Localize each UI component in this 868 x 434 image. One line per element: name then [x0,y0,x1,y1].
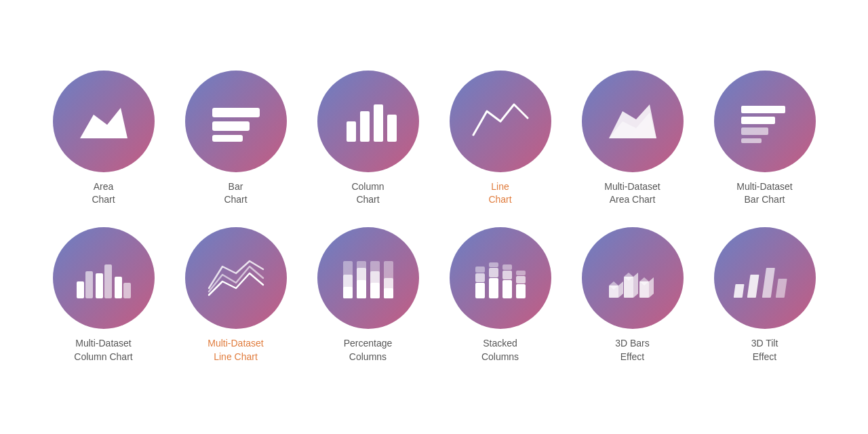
svg-rect-1 [212,108,260,117]
svg-rect-2 [212,121,250,131]
svg-rect-55 [762,268,774,298]
chart-label-bar: Bar Chart [224,180,247,207]
svg-rect-16 [96,273,103,298]
chart-icon-multi-bar [714,71,816,172]
chart-icon-stacked [450,227,551,329]
chart-label-percentage: Percentage Columns [344,337,393,363]
svg-marker-49 [633,273,638,298]
chart-item-area[interactable]: Area Chart [41,71,166,207]
svg-rect-7 [387,115,397,142]
svg-marker-0 [80,108,127,138]
svg-rect-36 [489,268,498,277]
chart-item-3d-tilt[interactable]: 3D Tilt Effect [702,227,827,363]
svg-marker-46 [618,281,623,298]
svg-rect-34 [475,267,485,273]
chart-item-line[interactable]: Line Chart [437,71,563,207]
chart-label-multi-area: Multi-Dataset Area Chart [604,180,660,207]
svg-marker-52 [649,277,654,298]
svg-rect-15 [85,271,93,298]
chart-icon-line [450,71,551,172]
svg-rect-56 [775,279,787,298]
chart-item-bar[interactable]: Bar Chart [173,71,298,207]
svg-rect-5 [360,111,370,142]
chart-item-3d-bars[interactable]: 3D Bars Effect [570,227,695,363]
svg-rect-4 [347,121,356,142]
chart-label-area: Area Chart [92,180,115,207]
chart-icon-3d-bars [582,227,684,329]
chart-label-stacked: Stacked Columns [481,337,519,363]
chart-label-column: Column Chart [351,180,384,207]
chart-grid: Area Chart Bar Chart Colu [0,43,868,391]
svg-rect-22 [343,287,353,298]
svg-marker-9 [609,104,656,138]
chart-label-multi-column: Multi-Dataset Column Chart [74,337,132,363]
chart-item-percentage[interactable]: Percentage Columns [305,227,431,363]
chart-icon-multi-line [185,227,287,329]
chart-item-column[interactable]: Column Chart [305,71,431,207]
svg-rect-11 [741,117,775,124]
chart-label-line: Line Chart [488,180,511,207]
svg-rect-41 [516,284,526,298]
chart-label-multi-line: Multi-Dataset Line Chart [208,337,263,363]
svg-rect-40 [502,264,512,270]
svg-rect-3 [212,135,243,142]
svg-rect-31 [384,288,393,298]
svg-rect-10 [741,106,785,113]
svg-rect-14 [77,281,84,298]
svg-rect-13 [741,138,762,143]
svg-rect-12 [741,127,768,135]
svg-rect-32 [475,283,485,298]
svg-rect-6 [374,104,383,142]
chart-item-multi-column[interactable]: Multi-Dataset Column Chart [41,227,166,363]
chart-item-multi-bar[interactable]: Multi-Dataset Bar Chart [702,71,827,207]
chart-label-3d-tilt: 3D Tilt Effect [751,337,778,363]
svg-rect-39 [502,271,512,279]
svg-rect-33 [475,273,485,282]
chart-item-multi-area[interactable]: Multi-Dataset Area Chart [570,71,695,207]
chart-icon-column [317,71,419,172]
svg-rect-25 [357,280,366,298]
chart-icon-bar [185,71,287,172]
chart-label-multi-bar: Multi-Dataset Bar Chart [736,180,792,207]
svg-rect-28 [370,283,380,298]
chart-label-3d-bars: 3D Bars Effect [615,337,650,363]
svg-rect-18 [115,277,122,298]
svg-rect-43 [516,271,526,275]
svg-rect-37 [489,262,498,267]
chart-icon-area [53,71,155,172]
chart-icon-percentage [317,227,419,329]
chart-item-stacked[interactable]: Stacked Columns [437,227,563,363]
svg-rect-54 [747,275,759,298]
chart-icon-multi-area [582,71,684,172]
svg-rect-42 [516,276,526,283]
svg-rect-53 [733,284,744,298]
svg-rect-19 [123,283,131,298]
svg-rect-38 [502,280,512,298]
chart-item-multi-line[interactable]: Multi-Dataset Line Chart [173,227,298,363]
svg-rect-17 [104,264,112,298]
chart-icon-multi-column [53,227,155,329]
chart-icon-3d-tilt [714,227,816,329]
svg-rect-35 [489,278,498,298]
